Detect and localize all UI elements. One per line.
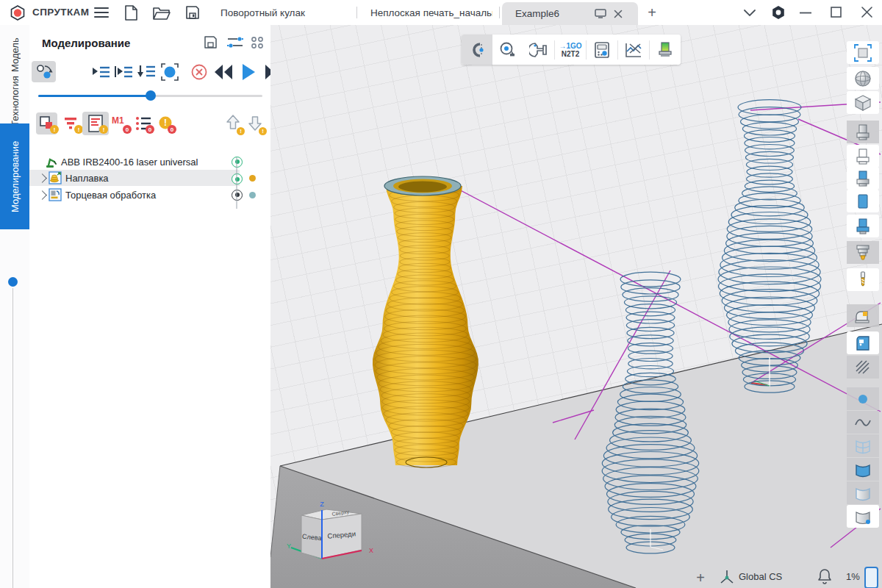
tab-separator (356, 7, 357, 18)
rewind-button[interactable] (214, 64, 233, 80)
left-nav-strip: Модель Технология Моделирование (0, 25, 29, 588)
active-tab-label: Example6 (515, 8, 595, 19)
nav-tab-simulation[interactable]: Моделирование (0, 123, 29, 229)
next-issue-badge: ! (259, 127, 267, 135)
statistics-button[interactable] (587, 35, 617, 65)
show-part-mixed-button[interactable] (847, 167, 879, 190)
calculator-icon (593, 41, 611, 59)
document-tab-povorotny-kulak[interactable]: Поворотный кулак (220, 0, 305, 25)
snap-button[interactable] (462, 35, 492, 65)
close-window-button[interactable] (861, 7, 872, 18)
chart-crossed-icon (624, 41, 643, 59)
show-workpiece-wire-button[interactable] (847, 145, 879, 168)
interpreter-count-badge: 0 (146, 125, 154, 134)
coordinate-system-icon[interactable] (719, 569, 735, 585)
panel-title: Моделирование (42, 37, 130, 49)
view-options-grid-icon[interactable] (250, 35, 265, 50)
show-tool-button[interactable] (847, 241, 879, 264)
naplavka-status-dot (249, 175, 256, 182)
step-into-button[interactable] (91, 63, 110, 81)
axis-y-label: Y (287, 542, 291, 550)
facing-operation-icon (49, 188, 62, 201)
progress-percent-label: 1% (846, 571, 860, 582)
print-simulation-button[interactable] (650, 35, 681, 65)
toolpath-address-button[interactable]: →1GO N2T2 (555, 35, 586, 65)
simulation-panel: Моделирование (29, 25, 271, 588)
run-to-selection-button[interactable] (160, 62, 179, 82)
simulation-progress-handle[interactable] (146, 90, 156, 101)
show-workpiece-button[interactable] (847, 121, 879, 143)
cladding-operation-icon (49, 171, 62, 184)
show-surface-points-button[interactable] (847, 505, 879, 528)
simulation-progress-fill (38, 95, 151, 97)
show-surface-shaded-button[interactable] (847, 481, 879, 504)
show-part-stock-button[interactable] (847, 215, 879, 237)
show-tool-bit-button[interactable] (847, 268, 879, 291)
stop-button[interactable] (190, 63, 208, 81)
machine-functions-count-badge: 0 (123, 125, 132, 134)
simulation-settings-icon[interactable] (226, 35, 244, 50)
show-hatching-button[interactable] (847, 356, 879, 379)
toolpath-address-label: →1GO N2T2 (559, 42, 581, 58)
scene-canvas[interactable]: Сверху Слева Спереди Z X Y (270, 25, 882, 588)
main-menu-button[interactable] (94, 7, 109, 18)
titlebar: СПРУТКАМ Поворотный кулак Неплоская печа… (0, 0, 882, 26)
timeline-slider-handle[interactable] (8, 277, 18, 287)
open-folder-button[interactable] (153, 7, 171, 20)
robot-arm-icon (45, 156, 57, 168)
graphs-button[interactable] (618, 35, 649, 65)
facing-status-dot (249, 192, 256, 198)
expand-chevron-icon[interactable] (37, 173, 47, 183)
save-simulation-icon[interactable] (204, 35, 218, 49)
show-mesh-surface-button[interactable] (847, 434, 879, 457)
axis-x-label: X (369, 547, 373, 554)
machine-functions-button[interactable]: M1 (112, 115, 124, 126)
tree-row-naplavka[interactable]: Наплавка (29, 170, 240, 186)
expand-chevron-icon[interactable] (37, 190, 47, 200)
measure-distance-button[interactable] (492, 35, 523, 65)
report-warn-badge: ! (99, 125, 108, 134)
simulation-mode-icon (35, 63, 54, 81)
new-tab-button[interactable]: + (644, 3, 660, 22)
new-document-button[interactable] (124, 5, 138, 21)
axis-z-label: Z (320, 501, 324, 508)
close-tab-icon[interactable] (614, 10, 623, 18)
active-cs-label[interactable]: Global CS (739, 571, 782, 582)
show-machine-button[interactable] (847, 331, 879, 354)
maximize-window-button[interactable] (831, 7, 842, 18)
view-box-button[interactable] (847, 91, 879, 114)
magnet-icon (468, 41, 486, 59)
printer-3d-icon (656, 41, 674, 59)
tree-row-facing[interactable]: Торцевая обработка (29, 187, 270, 203)
simulation-screen-icon[interactable] (595, 9, 606, 18)
settings-gear-button[interactable] (771, 5, 786, 20)
notifications-bell-icon[interactable] (817, 568, 832, 584)
measure-caliper-button[interactable] (523, 35, 554, 65)
show-curves-button[interactable] (847, 411, 879, 434)
minimize-window-button[interactable] (800, 12, 811, 14)
document-tab-example6-active[interactable]: Example6 (502, 2, 638, 25)
viewport-3d[interactable]: Сверху Слева Спереди Z X Y (270, 25, 882, 588)
step-over-button[interactable] (114, 63, 133, 81)
prev-issue-badge: ! (237, 127, 245, 135)
show-surface-solid-button[interactable] (847, 458, 879, 481)
machined-vase-model[interactable] (373, 176, 478, 467)
tree-row-robot[interactable]: ABB IRB2400-16 laser universal (29, 154, 270, 170)
collision-warn-badge: ! (50, 125, 59, 134)
show-part-solid-button[interactable] (847, 190, 879, 212)
timeline-slider-track[interactable] (12, 288, 13, 588)
play-button[interactable] (241, 63, 256, 81)
tape-measure-icon (499, 41, 517, 59)
show-machine-head-button[interactable] (847, 304, 879, 327)
progress-battery-indicator[interactable] (864, 567, 878, 588)
view-sphere-button[interactable] (847, 67, 879, 90)
chevron-down-icon[interactable] (744, 10, 756, 16)
application-window: СПРУТКАМ Поворотный кулак Неплоская печа… (0, 0, 882, 588)
fit-view-button[interactable] (847, 41, 879, 64)
run-to-line-button[interactable] (137, 63, 156, 81)
add-cs-button[interactable]: + (692, 569, 709, 587)
show-points-button[interactable] (847, 387, 879, 410)
save-button[interactable] (185, 5, 200, 20)
tree-connector-line (236, 157, 237, 209)
document-tab-neploskaya-pechat[interactable]: Неплоская печать_начальн (370, 0, 492, 25)
